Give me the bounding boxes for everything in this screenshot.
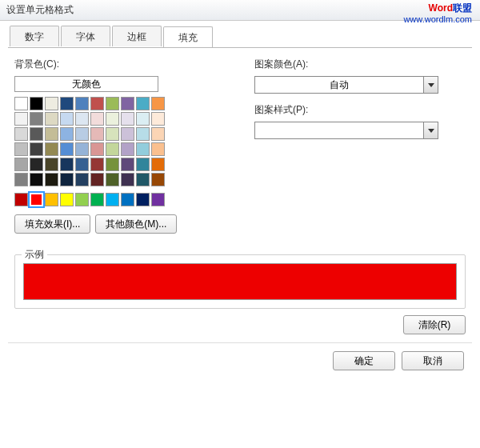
- color-swatch[interactable]: [136, 97, 150, 110]
- color-swatch[interactable]: [151, 158, 165, 171]
- color-swatch[interactable]: [30, 193, 43, 206]
- color-swatch[interactable]: [90, 127, 104, 141]
- color-swatch[interactable]: [75, 112, 89, 126]
- color-swatch[interactable]: [60, 142, 74, 156]
- color-swatch[interactable]: [90, 193, 104, 206]
- color-swatch[interactable]: [121, 112, 134, 126]
- color-swatch[interactable]: [60, 158, 74, 171]
- color-swatch[interactable]: [121, 193, 134, 206]
- color-swatch[interactable]: [106, 142, 119, 156]
- color-swatch[interactable]: [30, 173, 43, 186]
- color-swatch[interactable]: [151, 193, 165, 206]
- color-swatch[interactable]: [60, 193, 74, 206]
- tab-strip: 数字字体边框填充: [8, 26, 472, 48]
- color-swatch[interactable]: [151, 97, 165, 110]
- color-swatch[interactable]: [151, 142, 165, 156]
- chevron-down-icon: [428, 129, 434, 133]
- bg-color-label: 背景色(C):: [14, 58, 222, 71]
- color-swatch[interactable]: [75, 127, 89, 141]
- color-swatch[interactable]: [30, 142, 43, 156]
- sample-preview: [23, 263, 457, 300]
- color-swatch[interactable]: [90, 158, 104, 171]
- color-swatch[interactable]: [121, 173, 134, 186]
- sample-label: 示例: [22, 248, 47, 262]
- tab-填充[interactable]: 填充: [163, 26, 213, 47]
- fill-effects-button[interactable]: 填充效果(I)...: [14, 214, 90, 234]
- color-swatch[interactable]: [14, 97, 28, 110]
- chevron-down-icon: [428, 83, 434, 87]
- color-swatch[interactable]: [136, 193, 150, 206]
- color-swatch[interactable]: [75, 173, 89, 186]
- color-swatch[interactable]: [14, 158, 28, 171]
- color-swatch[interactable]: [90, 173, 104, 186]
- color-swatch[interactable]: [60, 127, 74, 141]
- no-color-button[interactable]: 无颜色: [14, 76, 158, 92]
- color-swatch[interactable]: [75, 142, 89, 156]
- color-swatch[interactable]: [14, 173, 28, 186]
- color-swatch[interactable]: [14, 142, 28, 156]
- tab-字体[interactable]: 字体: [61, 26, 110, 46]
- color-swatch[interactable]: [121, 127, 134, 141]
- tab-数字[interactable]: 数字: [10, 26, 59, 46]
- pattern-color-select[interactable]: 自动: [254, 76, 438, 94]
- color-swatch[interactable]: [106, 158, 119, 171]
- color-swatch[interactable]: [45, 112, 58, 126]
- color-swatch[interactable]: [14, 112, 28, 126]
- color-swatch[interactable]: [60, 112, 74, 126]
- pattern-style-label: 图案样式(P):: [254, 103, 462, 117]
- ok-button[interactable]: 确定: [333, 351, 395, 370]
- pattern-color-label: 图案颜色(A):: [254, 58, 462, 71]
- color-swatch[interactable]: [45, 173, 58, 186]
- dropdown-button[interactable]: [423, 77, 438, 93]
- sample-fieldset: 示例: [14, 254, 466, 309]
- standard-color-grid: [14, 193, 222, 206]
- color-swatch[interactable]: [90, 97, 104, 110]
- color-swatch[interactable]: [136, 173, 150, 186]
- color-swatch[interactable]: [60, 97, 74, 110]
- theme-color-grid: [14, 97, 222, 186]
- color-swatch[interactable]: [136, 112, 150, 126]
- color-swatch[interactable]: [45, 193, 58, 206]
- color-swatch[interactable]: [14, 193, 28, 206]
- color-swatch[interactable]: [75, 158, 89, 171]
- color-swatch[interactable]: [106, 97, 119, 110]
- color-swatch[interactable]: [106, 127, 119, 141]
- color-swatch[interactable]: [45, 127, 58, 141]
- color-swatch[interactable]: [121, 97, 134, 110]
- color-swatch[interactable]: [136, 142, 150, 156]
- color-swatch[interactable]: [60, 173, 74, 186]
- pattern-color-value: 自动: [255, 78, 423, 92]
- color-swatch[interactable]: [151, 112, 165, 126]
- color-swatch[interactable]: [106, 112, 119, 126]
- watermark: Word联盟 www.wordlm.com: [403, 2, 472, 25]
- color-swatch[interactable]: [45, 158, 58, 171]
- clear-button[interactable]: 清除(R): [403, 315, 466, 334]
- color-swatch[interactable]: [106, 193, 119, 206]
- color-swatch[interactable]: [30, 112, 43, 126]
- color-swatch[interactable]: [45, 97, 58, 110]
- color-swatch[interactable]: [30, 158, 43, 171]
- tab-边框[interactable]: 边框: [112, 26, 162, 46]
- color-swatch[interactable]: [106, 173, 119, 186]
- color-swatch[interactable]: [75, 193, 89, 206]
- color-swatch[interactable]: [151, 127, 165, 141]
- cancel-button[interactable]: 取消: [402, 351, 464, 370]
- color-swatch[interactable]: [151, 173, 165, 186]
- more-colors-button[interactable]: 其他颜色(M)...: [95, 214, 177, 234]
- color-swatch[interactable]: [75, 97, 89, 110]
- dropdown-button[interactable]: [423, 122, 438, 138]
- color-swatch[interactable]: [45, 142, 58, 156]
- color-swatch[interactable]: [30, 97, 43, 110]
- color-swatch[interactable]: [136, 158, 150, 171]
- dialog-footer: 确定 取消: [8, 342, 472, 378]
- color-swatch[interactable]: [136, 127, 150, 141]
- color-swatch[interactable]: [90, 112, 104, 126]
- color-swatch[interactable]: [14, 127, 28, 141]
- color-swatch[interactable]: [30, 127, 43, 141]
- pattern-style-select[interactable]: [254, 122, 438, 139]
- color-swatch[interactable]: [90, 142, 104, 156]
- color-swatch[interactable]: [121, 142, 134, 156]
- color-swatch[interactable]: [121, 158, 134, 171]
